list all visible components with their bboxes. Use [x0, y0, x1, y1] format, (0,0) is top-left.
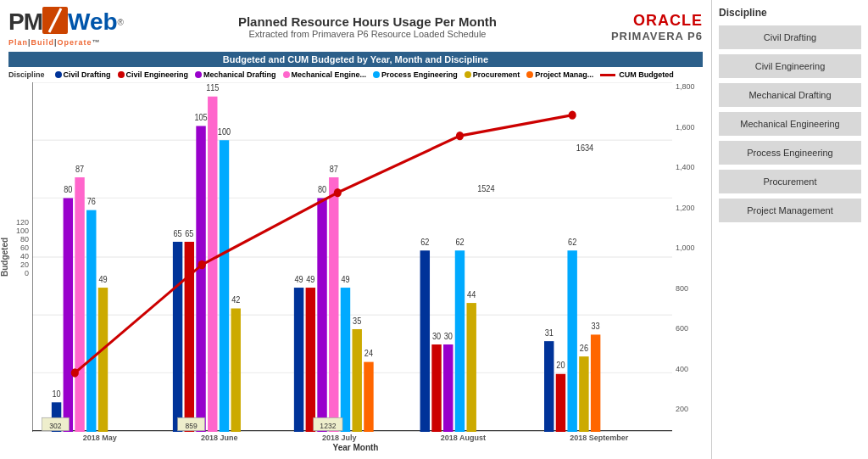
- discipline-item-mechanical-drafting[interactable]: Mechanical Drafting: [719, 83, 861, 107]
- x-label-jun: 2018 June: [201, 434, 238, 442]
- legend-label-process-eng: Process Engineering: [381, 70, 458, 79]
- bar-may-process-eng: [86, 210, 96, 432]
- x-label-sep: 2018 September: [570, 434, 628, 442]
- bar-sep-procurement: [579, 356, 588, 432]
- bar-jul-mech-drafting: [317, 198, 326, 432]
- bar-sep-civil-eng: [556, 374, 565, 432]
- svg-text:44: 44: [467, 289, 476, 299]
- svg-text:35: 35: [353, 316, 361, 326]
- bar-jun-procurement: [231, 309, 241, 432]
- legend-civil-drafting[interactable]: Civil Drafting: [55, 70, 111, 79]
- legend-mechanical-drafting[interactable]: Mechanical Drafting: [195, 70, 276, 79]
- oracle-logo: ORACLE PRIMAVERA P6: [611, 12, 703, 42]
- cum-dot-jul: [334, 188, 342, 197]
- svg-text:42: 42: [231, 295, 240, 305]
- svg-text:105: 105: [194, 113, 207, 123]
- bar-jun-process-eng: [220, 140, 229, 432]
- legend-procurement[interactable]: Procurement: [465, 70, 520, 79]
- svg-text:33: 33: [592, 321, 600, 331]
- svg-text:80: 80: [318, 185, 327, 195]
- svg-text:20: 20: [556, 361, 565, 371]
- svg-text:49: 49: [98, 274, 107, 284]
- chart-area: Budgeted 120 100 80 60 40 20 0: [8, 82, 703, 432]
- bar-jul-civil-eng: [306, 288, 315, 432]
- bar-aug-process-eng: [455, 250, 465, 432]
- bar-jul-proj-mgmt: [364, 362, 373, 432]
- svg-text:1634: 1634: [576, 143, 594, 154]
- web-text: Web: [68, 8, 118, 36]
- legend-line-cum: [600, 74, 615, 76]
- legend-label-civil-engineering: Civil Engineering: [126, 70, 189, 79]
- chart-plot-area: 10 80 87 76 49: [32, 82, 672, 432]
- right-panel: Discipline Civil Drafting Civil Engineer…: [711, 0, 868, 459]
- svg-text:115: 115: [206, 83, 219, 93]
- bar-jun-mech-drafting: [196, 126, 205, 433]
- legend-label-cum: CUM Budgeted: [619, 70, 674, 79]
- svg-text:87: 87: [75, 164, 84, 174]
- tagline: Plan|Build|Operate™: [8, 38, 124, 47]
- svg-text:859: 859: [185, 422, 197, 431]
- chart-svg: 10 80 87 76 49: [32, 82, 672, 432]
- discipline-item-project-management[interactable]: Project Management: [719, 199, 861, 222]
- svg-text:30: 30: [444, 331, 453, 341]
- bar-may-mech-drafting: [64, 198, 73, 432]
- legend-label-proj-mgmt: Project Manag...: [535, 70, 593, 79]
- x-label-may: 2018 May: [83, 434, 117, 442]
- svg-text:31: 31: [545, 327, 554, 338]
- bar-jun-mech-eng: [208, 97, 217, 432]
- x-axis: 2018 May 2018 June 2018 July 2018 August…: [8, 432, 703, 442]
- bar-sep-proj-mgmt: [591, 334, 600, 432]
- legend-dot-civil-drafting: [55, 71, 62, 78]
- legend-dot-mech-eng: [283, 71, 290, 78]
- discipline-item-civil-engineering[interactable]: Civil Engineering: [719, 54, 861, 78]
- cum-dot-may: [71, 368, 79, 377]
- legend-dot-process-eng: [373, 71, 380, 78]
- legend-mechanical-engineering[interactable]: Mechanical Engine...: [283, 70, 367, 79]
- bar-aug-civil-eng: [431, 344, 441, 432]
- pmweb-logo: PM Web ® Plan|Build|Operate™: [8, 7, 124, 47]
- chart-title: Planned Resource Hours Usage Per Month E…: [124, 14, 611, 39]
- svg-text:65: 65: [174, 228, 182, 238]
- svg-text:49: 49: [306, 274, 314, 284]
- y-axis-right: 1,800 1,600 1,400 1,200 1,000 800 600 40…: [672, 82, 703, 432]
- primavera-text: PRIMAVERA P6: [611, 30, 703, 42]
- header: PM Web ® Plan|Build|Operate™: [8, 7, 703, 47]
- y-axis-left: 120 100 80 60 40 20 0: [8, 218, 32, 296]
- svg-text:49: 49: [294, 274, 303, 284]
- oracle-text: ORACLE: [611, 12, 703, 30]
- y-axis-left-label: Budgeted: [0, 238, 9, 277]
- bar-aug-mech-drafting: [443, 344, 453, 432]
- svg-text:100: 100: [218, 126, 231, 137]
- legend-label-civil-drafting: Civil Drafting: [64, 70, 111, 79]
- legend-label-procurement: Procurement: [473, 70, 520, 79]
- bar-aug-procurement: [466, 303, 476, 432]
- main-container: PM Web ® Plan|Build|Operate™: [0, 0, 868, 459]
- registered-mark: ®: [118, 18, 124, 27]
- legend-cum-budgeted[interactable]: CUM Budgeted: [600, 70, 674, 79]
- svg-text:87: 87: [330, 164, 338, 174]
- right-panel-title: Discipline: [719, 7, 861, 19]
- discipline-item-process-engineering[interactable]: Process Engineering: [719, 141, 861, 165]
- bar-jun-civil-drafting: [173, 242, 182, 432]
- bar-jul-mech-eng: [329, 177, 338, 432]
- bar-may-procurement: [98, 288, 108, 432]
- cum-dot-aug: [456, 132, 464, 140]
- discipline-item-mechanical-engineering[interactable]: Mechanical Engineering: [719, 112, 861, 136]
- discipline-item-civil-drafting[interactable]: Civil Drafting: [719, 25, 861, 49]
- svg-text:30: 30: [432, 331, 442, 341]
- cum-dot-sep: [569, 110, 576, 119]
- svg-text:49: 49: [341, 274, 349, 284]
- bar-jul-process-eng: [341, 288, 350, 432]
- bar-sep-civil-drafting: [544, 341, 554, 432]
- discipline-legend-label: Discipline: [8, 70, 45, 79]
- discipline-item-procurement[interactable]: Procurement: [719, 170, 861, 193]
- legend-dot-proj-mgmt: [526, 71, 533, 78]
- legend-project-management[interactable]: Project Manag...: [526, 70, 593, 79]
- legend-civil-engineering[interactable]: Civil Engineering: [118, 70, 189, 79]
- legend-process-engineering[interactable]: Process Engineering: [373, 70, 458, 79]
- bar-jul-civil-drafting: [294, 288, 303, 432]
- bar-aug-civil-drafting: [420, 250, 430, 432]
- legend-dot-procurement: [465, 71, 471, 78]
- svg-text:302: 302: [49, 422, 61, 431]
- chart-main-title: Planned Resource Hours Usage Per Month: [124, 14, 611, 29]
